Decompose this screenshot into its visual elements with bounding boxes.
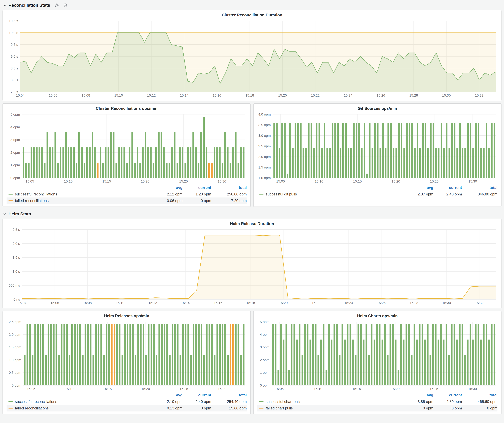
row-header-reconciliation-stats: Reconciliation Stats — [2, 1, 502, 9]
helm-charts-opm-svg: 15:0515:1015:1515:2015:2515:300 opm1 opm… — [257, 319, 498, 392]
series-color-dash — [259, 401, 264, 402]
svg-text:15:12: 15:12 — [147, 94, 156, 97]
svg-text:15:15: 15:15 — [103, 387, 112, 391]
cluster-reconciliation-duration-chart[interactable]: 15:0415:0615:0815:1015:1215:1415:1615:18… — [6, 18, 498, 98]
svg-text:15:10: 15:10 — [315, 179, 323, 183]
panel-title[interactable]: Git Sources ops/min — [257, 105, 498, 112]
legend-header-avg[interactable]: avg — [154, 393, 182, 397]
svg-text:15:32: 15:32 — [475, 301, 484, 305]
legend-series-label[interactable]: successful reconciliations — [15, 400, 57, 404]
row-title-reconciliation-stats[interactable]: Reconciliation Stats — [8, 3, 50, 8]
panel-helm-release-duration: Helm Release Duration 15:0415:0615:0815:… — [2, 219, 502, 308]
svg-text:1 opm: 1 opm — [260, 371, 270, 375]
legend-stat: 2.87 opm — [405, 192, 433, 196]
svg-text:15:24: 15:24 — [344, 301, 353, 305]
git-sources-bar-chart[interactable]: 15:0515:1015:1515:2015:2515:301.0 opm1.5… — [257, 112, 498, 184]
svg-text:15:32: 15:32 — [475, 94, 483, 97]
legend-stat: 2.40 opm — [433, 192, 462, 196]
chevron-down-icon[interactable] — [3, 212, 6, 216]
panel-git-sources-opm: Git Sources ops/min 15:0515:1015:1515:20… — [253, 103, 502, 207]
legend-series-label[interactable]: successful chart pulls — [266, 400, 301, 404]
legend-series-label[interactable]: successful reconciliations — [15, 192, 57, 196]
svg-text:9.0 s: 9.0 s — [11, 54, 18, 59]
panel-title[interactable]: Helm Releases ops/min — [6, 312, 247, 319]
panel-title[interactable]: Cluster Reconciliation Duration — [6, 12, 498, 18]
trash-icon[interactable] — [63, 3, 67, 7]
svg-text:15:20: 15:20 — [391, 387, 400, 391]
svg-text:15:25: 15:25 — [430, 179, 438, 183]
svg-text:15:10: 15:10 — [64, 179, 72, 183]
legend-series-label[interactable]: successful git pulls — [266, 192, 297, 196]
legend-header-current[interactable]: current — [182, 186, 211, 190]
svg-text:15:04: 15:04 — [16, 94, 24, 97]
helm-release-duration-chart[interactable]: 15:0415:0615:0815:1015:1215:1415:1615:18… — [6, 227, 498, 306]
legend-row: successful reconciliations2.10 opm2.40 o… — [6, 398, 247, 405]
svg-text:1.5 s: 1.5 s — [12, 256, 20, 259]
legend-header-avg[interactable]: avg — [405, 186, 433, 190]
legend-header-current[interactable]: current — [433, 393, 462, 397]
legend-stat: 0 opm — [405, 406, 433, 410]
legend-stat: 7.20 opm — [211, 199, 247, 203]
chevron-down-icon[interactable] — [3, 4, 6, 7]
svg-text:15:26: 15:26 — [377, 301, 385, 305]
panel-title[interactable]: Cluster Reconciliations ops/min — [6, 105, 247, 112]
legend-header-current[interactable]: current — [182, 393, 211, 397]
row-title-helm-stats[interactable]: Helm Stats — [8, 212, 31, 217]
svg-text:15:18: 15:18 — [246, 94, 254, 97]
legend-stat: 465.60 opm — [462, 400, 498, 404]
legend-stat: 0 opm — [182, 199, 211, 203]
svg-text:5 opm: 5 opm — [11, 112, 20, 116]
svg-text:0 opm: 0 opm — [11, 176, 20, 180]
legend-series-label[interactable]: failed chart pulls — [266, 406, 293, 410]
svg-text:15:16: 15:16 — [213, 94, 221, 97]
svg-text:15:12: 15:12 — [149, 301, 157, 305]
svg-text:15:05: 15:05 — [275, 387, 284, 391]
svg-text:15:20: 15:20 — [278, 94, 287, 97]
series-color-dash — [8, 200, 13, 201]
legend-row: failed reconciliations0.06 opm0 opm7.20 … — [6, 198, 247, 204]
svg-text:15:06: 15:06 — [49, 94, 57, 97]
svg-text:15:15: 15:15 — [353, 179, 362, 183]
svg-text:15:30: 15:30 — [442, 94, 451, 97]
legend-series-label[interactable]: failed reconciliations — [15, 199, 49, 203]
svg-text:3 opm: 3 opm — [260, 345, 270, 349]
series-color-dash — [259, 408, 264, 409]
svg-text:15:05: 15:05 — [27, 387, 35, 391]
svg-text:15:06: 15:06 — [50, 301, 59, 305]
svg-text:3.5 opm: 3.5 opm — [258, 123, 271, 127]
legend-series-label[interactable]: failed reconciliations — [15, 406, 49, 410]
git-sources-opm-svg: 15:0515:1015:1515:2015:2515:301.0 opm1.5… — [257, 112, 498, 184]
legend-header-avg[interactable]: avg — [405, 393, 433, 397]
legend-header-total[interactable]: total — [211, 186, 247, 190]
panel-cluster-reconciliation-duration: Cluster Reconciliation Duration 15:0415:… — [2, 10, 502, 101]
svg-text:15:14: 15:14 — [181, 301, 190, 305]
gear-icon[interactable] — [54, 3, 59, 7]
svg-text:15:30: 15:30 — [218, 387, 226, 391]
panel-title[interactable]: Helm Release Duration — [6, 220, 498, 227]
svg-text:4.0 opm: 4.0 opm — [258, 112, 271, 116]
svg-text:15:14: 15:14 — [180, 94, 188, 97]
legend-header-avg[interactable]: avg — [154, 186, 182, 190]
panel-helm-releases-opm: Helm Releases ops/min 15:0515:1015:1515:… — [2, 311, 251, 414]
helm-releases-bar-chart[interactable]: 15:0515:1015:1515:2015:2515:300 opm0.5 o… — [6, 319, 247, 392]
svg-text:1.0 s: 1.0 s — [12, 270, 20, 273]
legend-header-total[interactable]: total — [211, 393, 247, 397]
legend-helm-charts: avgcurrenttotalsuccessful chart pulls3.8… — [257, 392, 498, 411]
legend-cluster-reconciliations: avgcurrenttotalsuccessful reconciliation… — [6, 184, 247, 204]
legend-stat: 1.20 opm — [182, 192, 211, 196]
legend-header-row: avgcurrenttotal — [6, 392, 247, 398]
svg-text:2.5 opm: 2.5 opm — [258, 144, 271, 148]
svg-text:3.0 opm: 3.0 opm — [258, 134, 271, 137]
series-color-dash — [8, 194, 13, 194]
legend-stat: 0 opm — [462, 406, 498, 410]
legend-header-total[interactable]: total — [462, 186, 498, 190]
legend-header-current[interactable]: current — [433, 186, 462, 190]
legend-row: failed chart pulls0 opm0 opm0 opm — [257, 405, 498, 411]
legend-header-total[interactable]: total — [462, 393, 498, 397]
svg-text:0 opm: 0 opm — [260, 383, 270, 387]
svg-text:1.5 opm: 1.5 opm — [9, 345, 21, 349]
cluster-reconciliations-bar-chart[interactable]: 15:0515:1015:1515:2015:2515:300 opm1 opm… — [6, 112, 247, 184]
helm-charts-bar-chart[interactable]: 15:0515:1015:1515:2015:2515:300 opm1 opm… — [257, 319, 498, 392]
panel-title[interactable]: Helm Charts ops/min — [257, 312, 498, 319]
grafana-dashboard: Reconciliation Stats Cluster Reconciliat… — [0, 0, 504, 417]
